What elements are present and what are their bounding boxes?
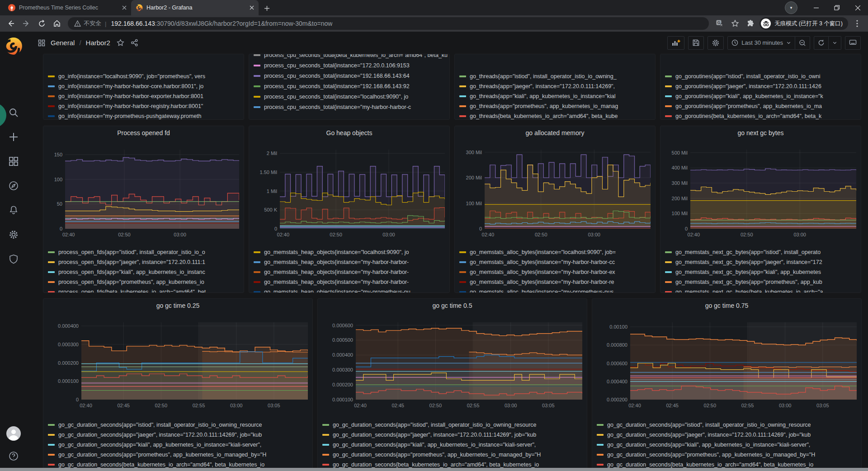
legend-label[interactable]: process_cpu_seconds_total{beta_kubernete…: [264, 54, 448, 58]
legend-label[interactable]: go_gc_duration_seconds{app="istiod", ins…: [58, 422, 311, 428]
legend-label[interactable]: go_memstats_next_gc_bytes{app="jaeger", …: [675, 259, 859, 265]
legend-label[interactable]: process_cpu_seconds_total{instance="172.…: [264, 62, 448, 69]
sidebar-item-alerting[interactable]: [0, 198, 27, 222]
browser-menu-kebab-icon[interactable]: [851, 17, 863, 30]
sidebar-item-create[interactable]: [0, 125, 27, 149]
add-panel-button[interactable]: [667, 36, 684, 50]
legend-label[interactable]: process_cpu_seconds_total{instance="192.…: [264, 83, 448, 89]
legend-label[interactable]: process_open_fds{app="istiod", install_o…: [58, 249, 242, 255]
legend-label[interactable]: go_gc_duration_seconds{app="jaeger", ins…: [58, 432, 311, 438]
chart-plot[interactable]: [630, 322, 857, 400]
sidebar-item-server-admin[interactable]: [0, 247, 27, 271]
legend-label[interactable]: process_cpu_seconds_total{instance="my-h…: [264, 104, 448, 110]
legend-label[interactable]: process_open_fds{app="prometheus", app_k…: [58, 279, 242, 285]
legend-label[interactable]: go_gc_duration_seconds{beta_kubernetes_i…: [58, 462, 311, 468]
refresh-interval-dropdown[interactable]: [829, 36, 841, 50]
chart-plot[interactable]: [280, 150, 445, 229]
legend-label[interactable]: go_memstats_alloc_bytes{instance="my-har…: [470, 279, 653, 285]
legend-label[interactable]: go_threads{app="istiod", install_operato…: [470, 73, 653, 80]
legend-label[interactable]: go_memstats_heap_objects{instance="my-ha…: [264, 269, 448, 275]
legend-label[interactable]: go_threads{app="jaeger", instance="172.2…: [470, 83, 653, 89]
help-icon[interactable]: [8, 451, 19, 462]
save-dashboard-button[interactable]: [688, 36, 704, 50]
legend-label[interactable]: go_gc_duration_seconds{beta_kubernetes_i…: [607, 462, 859, 468]
legend-label[interactable]: go_gc_duration_seconds{app="kiali", app_…: [333, 442, 585, 448]
legend-label[interactable]: process_open_fds{beta_kubernetes_io_arch…: [58, 289, 242, 292]
favorite-star-icon[interactable]: [117, 39, 124, 47]
sidebar-item-configuration[interactable]: [0, 222, 27, 247]
forward-icon[interactable]: [20, 17, 33, 30]
chart-plot[interactable]: [690, 150, 856, 229]
legend-label[interactable]: go_memstats_next_gc_bytes{app="kiali", a…: [675, 269, 859, 275]
legend-label[interactable]: go_goroutines{app="kiali", app_kubernete…: [675, 93, 859, 99]
legend-label[interactable]: go_memstats_next_gc_bytes{beta_kubernete…: [675, 289, 859, 292]
legend-label[interactable]: go_memstats_next_gc_bytes{app="prometheu…: [675, 279, 859, 285]
panel-title[interactable]: go gc time 0.75: [592, 302, 861, 309]
tab-prometheus[interactable]: Prometheus Time Series Collec: [4, 0, 131, 15]
legend-label[interactable]: go_goroutines{app="jaeger", instance="17…: [675, 83, 859, 89]
legend-label[interactable]: process_open_fds{app="jaeger", instance=…: [58, 259, 242, 265]
legend-label[interactable]: go_info{instance="localhost:9090", job="…: [58, 73, 242, 80]
sidebar-item-dashboards[interactable]: [0, 149, 27, 174]
legend-label[interactable]: go_info{instance="my-harbor-harbor-core.…: [58, 83, 242, 89]
new-tab-button[interactable]: [260, 2, 273, 15]
legend-label[interactable]: go_gc_duration_seconds{beta_kubernetes_i…: [333, 462, 585, 468]
breadcrumb-dashboard-title[interactable]: Harbor2: [86, 39, 110, 47]
legend-label[interactable]: go_memstats_heap_objects{instance="my-ha…: [264, 259, 448, 265]
maximize-button[interactable]: [826, 0, 847, 15]
panel-title[interactable]: go gc time 0.25: [43, 302, 312, 309]
tab-close-icon[interactable]: [120, 4, 128, 12]
legend-label[interactable]: go_gc_duration_seconds{app="istiod", ins…: [607, 422, 859, 428]
breadcrumb-folder[interactable]: General: [51, 39, 75, 47]
close-window-button[interactable]: [847, 0, 868, 15]
legend-label[interactable]: go_gc_duration_seconds{app="prometheus",…: [58, 452, 311, 458]
refresh-button[interactable]: [814, 36, 829, 50]
legend-label[interactable]: go_threads{app="prometheus", app_kuberne…: [470, 103, 653, 109]
browser-profile-button[interactable]: ▾: [785, 1, 797, 14]
legend-label[interactable]: go_memstats_next_gc_bytes{app="istiod", …: [675, 249, 859, 255]
legend-label[interactable]: go_gc_duration_seconds{app="prometheus",…: [333, 452, 585, 458]
minimize-button[interactable]: [806, 0, 826, 15]
translate-icon[interactable]: G: [713, 17, 726, 30]
legend-label[interactable]: go_gc_duration_seconds{app="jaeger", ins…: [333, 432, 585, 438]
legend-label[interactable]: go_memstats_heap_objects{instance="my-pr…: [264, 289, 448, 292]
tab-close-icon[interactable]: [248, 4, 256, 12]
reload-icon[interactable]: [35, 17, 48, 30]
legend-label[interactable]: go_memstats_heap_objects{instance="my-ha…: [264, 279, 448, 285]
legend-label[interactable]: go_goroutines{app="istiod", install_oper…: [675, 73, 859, 80]
home-icon[interactable]: [51, 17, 63, 30]
chart-plot[interactable]: [485, 150, 651, 229]
legend-label[interactable]: go_info{instance="my-prometheus-pushgate…: [58, 113, 242, 119]
time-range-picker[interactable]: Last 30 minutes: [727, 36, 795, 50]
panel-title[interactable]: Process opened fd: [43, 129, 244, 137]
legend-label[interactable]: go_info{instance="my-harbor-harbor-expor…: [58, 93, 242, 99]
legend-label[interactable]: go_memstats_alloc_bytes{instance="localh…: [470, 249, 653, 255]
legend-label[interactable]: go_goroutines{app="prometheus", app_kube…: [675, 103, 859, 109]
tab-grafana[interactable]: Harbor2 - Grafana: [131, 0, 259, 15]
legend-label[interactable]: go_gc_duration_seconds{app="istiod", ins…: [333, 422, 585, 428]
legend-label[interactable]: go_gc_duration_seconds{app="kiali", app_…: [607, 442, 859, 448]
legend-label[interactable]: go_goroutines{beta_kubernetes_io_arch="a…: [675, 113, 859, 119]
legend-label[interactable]: process_open_fds{app="kiali", app_kubern…: [58, 269, 242, 275]
share-icon[interactable]: [131, 39, 138, 47]
dashboard-settings-button[interactable]: [708, 36, 724, 50]
chart-plot[interactable]: [65, 150, 239, 229]
legend-label[interactable]: go_threads{beta_kubernetes_io_arch="amd6…: [470, 113, 653, 119]
bookmark-star-icon[interactable]: [729, 17, 741, 30]
grafana-logo-icon[interactable]: [5, 37, 23, 55]
legend-label[interactable]: process_cpu_seconds_total{instance="loca…: [264, 94, 448, 100]
sidebar-item-search[interactable]: [0, 100, 27, 125]
zoom-out-time-button[interactable]: [795, 36, 810, 50]
back-icon[interactable]: [5, 17, 17, 30]
panel-title[interactable]: go gc time 0.5: [318, 302, 587, 309]
legend-label[interactable]: go_memstats_alloc_bytes{instance="my-har…: [470, 259, 653, 265]
incognito-badge[interactable]: 无痕模式 (已打开 3 个窗口): [760, 17, 848, 30]
legend-label[interactable]: go_memstats_heap_objects{instance="local…: [264, 249, 448, 255]
security-status[interactable]: 不安全 |: [74, 19, 107, 28]
panel-title[interactable]: Go heap objects: [249, 129, 449, 137]
extensions-puzzle-icon[interactable]: [744, 17, 757, 30]
user-avatar[interactable]: [6, 426, 21, 441]
legend-label[interactable]: process_cpu_seconds_total{instance="192.…: [264, 73, 448, 79]
legend-label[interactable]: go_gc_duration_seconds{app="kiali", app_…: [58, 442, 311, 448]
panel-title[interactable]: go next gc bytes: [660, 129, 861, 137]
